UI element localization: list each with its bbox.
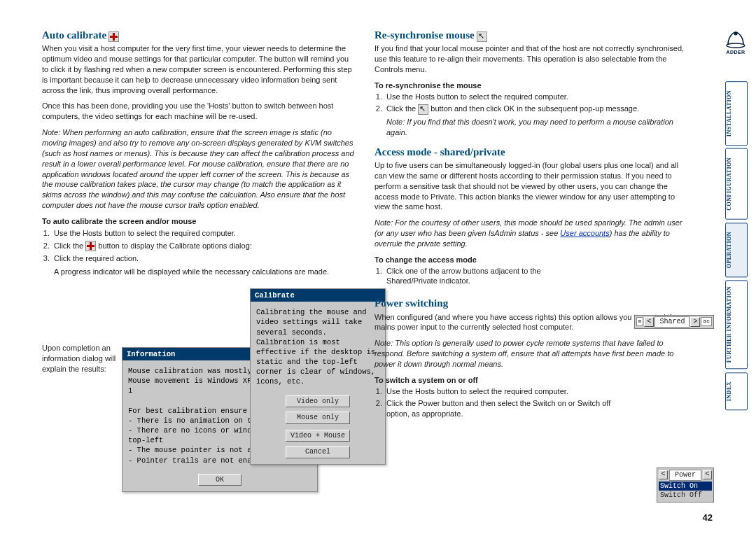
info-aside-text: Upon completion an information dialog wi… [42,343,116,492]
tab-configuration[interactable]: CONFIGURATION [725,148,748,220]
power-next-button[interactable]: < [703,470,712,479]
heading-power: Power switching [374,296,687,310]
power-switch-off[interactable]: Switch Off [659,491,712,500]
tab-operation[interactable]: OPERATION [725,223,748,277]
tab-further-information[interactable]: FURTHER INFORMATION [725,280,748,369]
resync-step-2: Click the button and then click OK in th… [384,104,687,137]
calibrate-dialog-title: Calibrate [251,289,385,302]
subhead-access: To change the access mode [374,255,687,265]
calibrate-icon [108,31,119,42]
sidebar-tabs: ADDER INSTALLATION CONFIGURATION OPERATI… [722,29,750,505]
power-switch-on[interactable]: Switch On [659,482,712,491]
auto-step-3: Click the required action. A progress in… [52,253,355,277]
subhead-power: To switch a system on or off [374,375,687,386]
right-column: Re-synchronise mouse If you find that yo… [374,28,714,492]
shared-next-button[interactable]: > [690,317,700,327]
svg-point-0 [734,32,738,36]
resync-step-1: Use the Hosts button to select the requi… [384,92,687,102]
calibrate-icon-inline [85,241,96,251]
tab-installation[interactable]: INSTALLATION [725,81,748,146]
calibrate-dialog: Calibrate Calibrating the mouse and vide… [250,288,386,465]
auto-step-1: Use the Hosts button to select the requi… [52,228,355,239]
resync-p1: If you find that your local mouse pointe… [374,43,687,75]
power-steps: Use the Hosts button to select the requi… [384,386,687,420]
auto-note: Note: When performing an auto calibratio… [42,127,355,211]
tab-index[interactable]: INDEX [725,372,748,410]
left-column: Auto calibrate When you visit a host com… [42,28,355,492]
btn-ok[interactable]: OK [198,474,241,486]
resync-icon [477,31,487,42]
access-step-1: Click one of the arrow buttons adjacent … [384,266,582,287]
btn-video-mouse[interactable]: Video + Mouse [286,430,350,442]
subhead-resync: To re-synchronise the mouse [374,80,687,91]
access-p1: Up to five users can be simultaneously l… [374,160,687,212]
power-step-1: Use the Hosts button to select the requi… [384,386,687,397]
heading-resync: Re-synchronise mouse [374,28,475,42]
btn-cancel[interactable]: Cancel [286,446,350,458]
svg-point-1 [727,43,745,48]
auto-step-2: Click the button to display the Calibrat… [52,241,355,252]
heading-access: Access mode - shared/private [374,145,687,159]
calibrate-dialog-body: Calibrating the mouse and video settings… [251,302,385,392]
page-number: 42 [703,512,713,523]
access-note: Note: For the courtesy of other users, t… [374,218,687,249]
shared-indicator: m < Shared > ac [634,315,714,329]
btn-video-only[interactable]: Video only [286,395,350,408]
auto-p2: Once this has been done, providing you u… [42,101,355,122]
shared-prev-button[interactable]: < [644,317,654,327]
auto-p1: When you visit a host computer for the v… [42,43,355,95]
heading-auto-calibrate: Auto calibrate [42,28,106,42]
adder-logo: ADDER [722,29,750,55]
btn-mouse-only[interactable]: Mouse only [286,412,350,424]
power-note: Note: This option is generally used to p… [374,338,687,370]
resync-icon-inline [418,104,428,115]
resync-steps: Use the Hosts button to select the requi… [384,92,687,138]
power-label: Power [669,470,701,481]
power-menu: < Power < Switch On Switch Off [657,468,714,503]
power-prev-button[interactable]: < [659,470,668,479]
subhead-auto-calibrate: To auto calibrate the screen and/or mous… [42,216,355,227]
shared-label: Shared [654,316,690,328]
link-user-accounts[interactable]: User accounts [560,229,609,237]
power-step-2: Click the Power button and then select t… [384,398,624,419]
access-steps: Click one of the arrow buttons adjacent … [384,266,687,287]
auto-steps: Use the Hosts button to select the requi… [52,228,355,277]
